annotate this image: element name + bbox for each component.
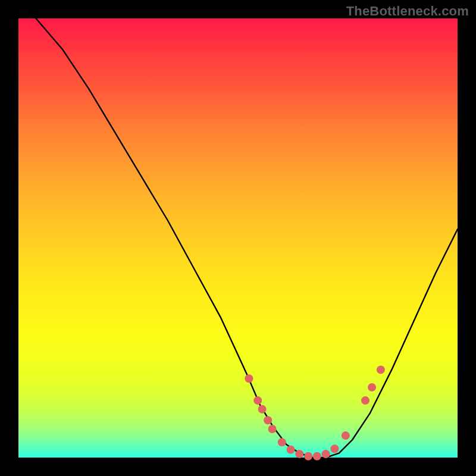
- marker-dot: [287, 446, 295, 454]
- marker-dots: [245, 365, 385, 460]
- marker-dot: [313, 452, 321, 461]
- marker-dot: [322, 450, 330, 458]
- marker-dot: [258, 405, 267, 414]
- marker-dot: [268, 425, 277, 433]
- marker-dot: [361, 396, 369, 405]
- marker-dot: [278, 438, 286, 446]
- marker-dot: [330, 444, 339, 453]
- marker-dot: [295, 450, 303, 458]
- marker-dot: [368, 383, 376, 392]
- marker-dot: [245, 374, 253, 383]
- watermark-text: TheBottleneck.com: [346, 4, 469, 19]
- marker-dot: [253, 396, 262, 405]
- marker-dot: [304, 452, 312, 461]
- bottleneck-curve: [36, 18, 458, 458]
- marker-dot: [264, 416, 272, 424]
- chart-frame: TheBottleneck.com: [0, 0, 476, 476]
- marker-dot: [377, 365, 385, 374]
- chart-svg: [18, 18, 458, 458]
- marker-dot: [342, 431, 350, 440]
